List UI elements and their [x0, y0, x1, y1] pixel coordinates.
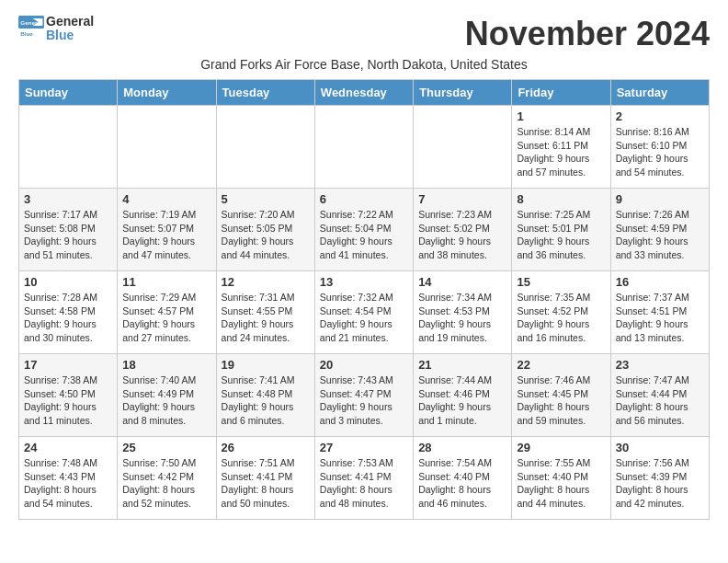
day-number: 24	[24, 441, 112, 454]
day-number: 10	[24, 275, 112, 289]
day-info: Sunrise: 7:51 AM Sunset: 4:41 PM Dayligh…	[222, 456, 310, 511]
day-info: Sunrise: 7:55 AM Sunset: 4:40 PM Dayligh…	[517, 456, 605, 511]
table-row: 23Sunrise: 7:47 AM Sunset: 4:44 PM Dayli…	[610, 354, 709, 437]
day-number: 17	[24, 358, 112, 372]
day-info: Sunrise: 7:34 AM Sunset: 4:53 PM Dayligh…	[418, 291, 506, 345]
day-number: 19	[222, 358, 310, 372]
day-number: 18	[122, 358, 210, 372]
day-info: Sunrise: 7:46 AM Sunset: 4:45 PM Dayligh…	[517, 373, 605, 428]
day-number: 4	[122, 192, 210, 206]
day-number: 14	[418, 275, 506, 289]
day-number: 29	[517, 441, 605, 454]
day-info: Sunrise: 7:19 AM Sunset: 5:07 PM Dayligh…	[122, 208, 210, 262]
table-row: 19Sunrise: 7:41 AM Sunset: 4:48 PM Dayli…	[216, 354, 314, 437]
table-row: 22Sunrise: 7:46 AM Sunset: 4:45 PM Dayli…	[512, 354, 610, 437]
day-info: Sunrise: 7:53 AM Sunset: 4:41 PM Dayligh…	[320, 456, 408, 511]
day-number: 30	[616, 441, 704, 454]
logo-general: General	[46, 15, 94, 29]
table-row: 4Sunrise: 7:19 AM Sunset: 5:07 PM Daylig…	[118, 189, 216, 271]
day-info: Sunrise: 7:41 AM Sunset: 4:48 PM Dayligh…	[222, 373, 310, 428]
table-row: 10Sunrise: 7:28 AM Sunset: 4:58 PM Dayli…	[19, 271, 118, 354]
header-monday: Monday	[118, 80, 216, 106]
day-number: 22	[517, 358, 605, 372]
day-info: Sunrise: 7:20 AM Sunset: 5:05 PM Dayligh…	[222, 208, 310, 262]
table-row: 7Sunrise: 7:23 AM Sunset: 5:02 PM Daylig…	[414, 189, 512, 271]
day-info: Sunrise: 7:47 AM Sunset: 4:44 PM Dayligh…	[616, 373, 704, 428]
table-row	[19, 106, 118, 189]
table-row: 5Sunrise: 7:20 AM Sunset: 5:05 PM Daylig…	[216, 189, 314, 271]
table-row: 29Sunrise: 7:55 AM Sunset: 4:40 PM Dayli…	[512, 437, 610, 520]
day-info: Sunrise: 7:25 AM Sunset: 5:01 PM Dayligh…	[517, 208, 605, 262]
day-info: Sunrise: 7:28 AM Sunset: 4:58 PM Dayligh…	[24, 291, 112, 345]
table-row: 3Sunrise: 7:17 AM Sunset: 5:08 PM Daylig…	[19, 189, 118, 271]
day-number: 26	[222, 441, 310, 454]
day-number: 27	[320, 441, 408, 454]
day-info: Sunrise: 7:17 AM Sunset: 5:08 PM Dayligh…	[24, 208, 112, 262]
table-row: 26Sunrise: 7:51 AM Sunset: 4:41 PM Dayli…	[216, 437, 314, 520]
header-friday: Friday	[512, 80, 610, 106]
table-row: 6Sunrise: 7:22 AM Sunset: 5:04 PM Daylig…	[314, 189, 413, 271]
table-row: 21Sunrise: 7:44 AM Sunset: 4:46 PM Dayli…	[414, 354, 512, 437]
table-row: 1Sunrise: 8:14 AM Sunset: 6:11 PM Daylig…	[512, 106, 610, 189]
table-row	[414, 106, 512, 189]
table-row: 30Sunrise: 7:56 AM Sunset: 4:39 PM Dayli…	[610, 437, 709, 520]
header-wednesday: Wednesday	[314, 80, 413, 106]
svg-text:Blue: Blue	[20, 30, 33, 37]
header-saturday: Saturday	[610, 80, 709, 106]
day-info: Sunrise: 7:23 AM Sunset: 5:02 PM Dayligh…	[418, 208, 506, 262]
day-number: 21	[418, 358, 506, 372]
main-container: General Blue General Blue November 2024 …	[0, 0, 728, 534]
day-info: Sunrise: 7:32 AM Sunset: 4:54 PM Dayligh…	[320, 291, 408, 345]
day-info: Sunrise: 7:40 AM Sunset: 4:49 PM Dayligh…	[122, 373, 210, 428]
table-row: 14Sunrise: 7:34 AM Sunset: 4:53 PM Dayli…	[414, 271, 512, 354]
table-row: 20Sunrise: 7:43 AM Sunset: 4:47 PM Dayli…	[314, 354, 413, 437]
header-sunday: Sunday	[19, 80, 118, 106]
day-number: 16	[616, 275, 704, 289]
day-number: 5	[222, 192, 310, 206]
day-number: 3	[24, 192, 112, 206]
calendar-week-row: 10Sunrise: 7:28 AM Sunset: 4:58 PM Dayli…	[19, 271, 710, 354]
day-number: 25	[122, 441, 210, 454]
day-info: Sunrise: 7:54 AM Sunset: 4:40 PM Dayligh…	[418, 456, 506, 511]
table-row	[314, 106, 413, 189]
table-row: 25Sunrise: 7:50 AM Sunset: 4:42 PM Dayli…	[118, 437, 216, 520]
table-row: 24Sunrise: 7:48 AM Sunset: 4:43 PM Dayli…	[19, 437, 118, 520]
calendar-week-row: 3Sunrise: 7:17 AM Sunset: 5:08 PM Daylig…	[19, 189, 710, 271]
day-number: 7	[418, 192, 506, 206]
day-info: Sunrise: 7:29 AM Sunset: 4:57 PM Dayligh…	[122, 291, 210, 345]
svg-text:General: General	[20, 20, 41, 27]
table-row: 2Sunrise: 8:16 AM Sunset: 6:10 PM Daylig…	[610, 106, 709, 189]
calendar-week-row: 1Sunrise: 8:14 AM Sunset: 6:11 PM Daylig…	[19, 106, 710, 189]
table-row: 15Sunrise: 7:35 AM Sunset: 4:52 PM Dayli…	[512, 271, 610, 354]
day-info: Sunrise: 8:14 AM Sunset: 6:11 PM Dayligh…	[517, 125, 605, 179]
table-row: 13Sunrise: 7:32 AM Sunset: 4:54 PM Dayli…	[314, 271, 413, 354]
logo: General Blue General Blue	[18, 15, 94, 43]
header-thursday: Thursday	[414, 80, 512, 106]
logo-blue: Blue	[46, 29, 94, 42]
table-row: 18Sunrise: 7:40 AM Sunset: 4:49 PM Dayli…	[118, 354, 216, 437]
subtitle: Grand Forks Air Force Base, North Dakota…	[18, 57, 710, 72]
day-info: Sunrise: 7:31 AM Sunset: 4:55 PM Dayligh…	[222, 291, 310, 345]
table-row: 27Sunrise: 7:53 AM Sunset: 4:41 PM Dayli…	[314, 437, 413, 520]
day-number: 1	[517, 109, 605, 123]
table-row: 28Sunrise: 7:54 AM Sunset: 4:40 PM Dayli…	[414, 437, 512, 520]
calendar-week-row: 17Sunrise: 7:38 AM Sunset: 4:50 PM Dayli…	[19, 354, 710, 437]
day-number: 20	[320, 358, 408, 372]
day-info: Sunrise: 7:37 AM Sunset: 4:51 PM Dayligh…	[616, 291, 704, 345]
day-info: Sunrise: 8:16 AM Sunset: 6:10 PM Dayligh…	[616, 125, 704, 179]
table-row	[118, 106, 216, 189]
day-info: Sunrise: 7:48 AM Sunset: 4:43 PM Dayligh…	[24, 456, 112, 511]
day-info: Sunrise: 7:44 AM Sunset: 4:46 PM Dayligh…	[418, 373, 506, 428]
day-info: Sunrise: 7:50 AM Sunset: 4:42 PM Dayligh…	[122, 456, 210, 511]
table-row: 9Sunrise: 7:26 AM Sunset: 4:59 PM Daylig…	[610, 189, 709, 271]
day-info: Sunrise: 7:43 AM Sunset: 4:47 PM Dayligh…	[320, 373, 408, 428]
day-number: 8	[517, 192, 605, 206]
day-number: 11	[122, 275, 210, 289]
day-number: 9	[616, 192, 704, 206]
logo-icon: General Blue	[18, 16, 44, 41]
day-info: Sunrise: 7:35 AM Sunset: 4:52 PM Dayligh…	[517, 291, 605, 345]
day-number: 13	[320, 275, 408, 289]
table-row: 16Sunrise: 7:37 AM Sunset: 4:51 PM Dayli…	[610, 271, 709, 354]
day-info: Sunrise: 7:26 AM Sunset: 4:59 PM Dayligh…	[616, 208, 704, 262]
day-number: 23	[616, 358, 704, 372]
